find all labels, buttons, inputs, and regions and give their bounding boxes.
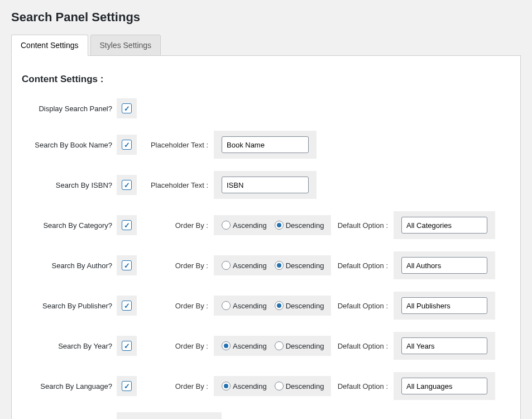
radio-author-asc[interactable]: Ascending bbox=[222, 261, 267, 270]
radio-label: Ascending bbox=[233, 221, 267, 230]
checkbox-display-search-panel[interactable] bbox=[122, 103, 132, 113]
page-title: Search Panel Settings bbox=[11, 10, 521, 25]
label-order-by-author: Order By : bbox=[146, 261, 214, 270]
radio-label: Ascending bbox=[233, 302, 267, 310]
radio-author-desc[interactable]: Descending bbox=[275, 261, 324, 270]
label-order-by-category: Order By : bbox=[146, 221, 214, 230]
label-display-search-panel: Display Search Panel? bbox=[22, 104, 117, 113]
label-order-by-year: Order By : bbox=[146, 342, 214, 350]
input-default-author[interactable] bbox=[401, 257, 487, 274]
checkbox-search-by-book-name[interactable] bbox=[122, 140, 132, 150]
label-search-by-book-name: Search By Book Name? bbox=[22, 141, 117, 149]
label-default-option-author: Default Option : bbox=[331, 261, 394, 270]
radio-publisher-desc[interactable]: Descending bbox=[275, 301, 324, 310]
radio-label: Descending bbox=[286, 342, 324, 350]
radio-category-desc[interactable]: Descending bbox=[275, 221, 324, 230]
input-default-category[interactable] bbox=[401, 217, 487, 234]
label-default-option-category: Default Option : bbox=[331, 221, 394, 230]
radio-label: Ascending bbox=[233, 342, 267, 350]
label-placeholder-text-isbn: Placeholder Text : bbox=[146, 181, 214, 189]
radio-year-asc[interactable]: Ascending bbox=[222, 341, 267, 350]
label-default-option-year: Default Option : bbox=[331, 342, 394, 350]
radio-label: Ascending bbox=[233, 382, 267, 391]
tab-styles-settings[interactable]: Styles Settings bbox=[90, 35, 161, 56]
radio-year-desc[interactable]: Descending bbox=[275, 341, 324, 350]
radio-language-asc[interactable]: Ascending bbox=[222, 382, 267, 391]
label-search-by-author: Search By Author? bbox=[22, 261, 117, 270]
checkbox-search-by-author[interactable] bbox=[122, 260, 132, 270]
label-search-by-language: Search By Language? bbox=[22, 382, 117, 391]
checkbox-search-by-year[interactable] bbox=[122, 341, 132, 351]
radio-publisher-asc[interactable]: Ascending bbox=[222, 301, 267, 310]
input-default-year[interactable] bbox=[401, 337, 487, 354]
label-search-by-publisher: Search By Publisher? bbox=[22, 302, 117, 310]
radio-label: Ascending bbox=[233, 261, 267, 270]
label-order-by-language: Order By : bbox=[146, 382, 214, 391]
label-order-by-publisher: Order By : bbox=[146, 302, 214, 310]
checkbox-search-by-isbn[interactable] bbox=[122, 180, 132, 190]
radio-label: Descending bbox=[286, 221, 324, 230]
label-search-by-category: Search By Category? bbox=[22, 221, 117, 230]
input-default-publisher[interactable] bbox=[401, 297, 487, 314]
label-search-by-year: Search By Year? bbox=[22, 342, 117, 350]
tab-bar: Content Settings Styles Settings bbox=[11, 35, 521, 56]
radio-category-asc[interactable]: Ascending bbox=[222, 221, 267, 230]
checkbox-search-by-language[interactable] bbox=[122, 381, 132, 391]
settings-panel: Content Settings : Display Search Panel?… bbox=[11, 56, 521, 419]
label-default-option-language: Default Option : bbox=[331, 382, 394, 391]
radio-label: Descending bbox=[286, 302, 324, 310]
input-placeholder-book-name[interactable] bbox=[222, 136, 309, 153]
checkbox-search-by-publisher[interactable] bbox=[122, 301, 132, 311]
radio-label: Descending bbox=[286, 382, 324, 391]
section-title: Content Settings : bbox=[22, 74, 510, 85]
label-placeholder-text-book-name: Placeholder Text : bbox=[146, 141, 214, 149]
checkbox-search-by-category[interactable] bbox=[122, 220, 132, 230]
label-default-option-publisher: Default Option : bbox=[331, 302, 394, 310]
radio-language-desc[interactable]: Descending bbox=[275, 382, 324, 391]
input-default-language[interactable] bbox=[401, 378, 487, 394]
radio-label: Descending bbox=[286, 261, 324, 270]
label-search-by-isbn: Search By ISBN? bbox=[22, 181, 117, 189]
tab-content-settings[interactable]: Content Settings bbox=[11, 35, 88, 56]
input-placeholder-isbn[interactable] bbox=[222, 177, 309, 193]
